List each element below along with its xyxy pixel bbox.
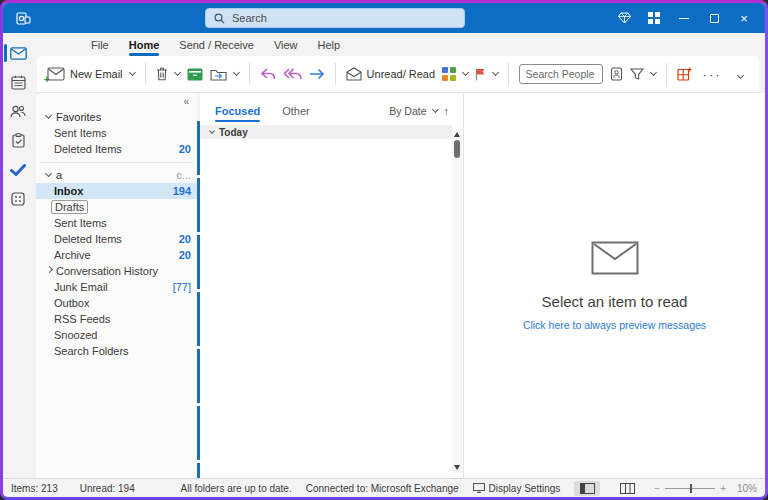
search-people-input[interactable]: [519, 64, 603, 84]
zoom-slider-thumb[interactable]: [690, 484, 692, 493]
tab-help[interactable]: Help: [308, 36, 351, 54]
ribbon-toolbar: + New Email Unread/ Read: [37, 56, 759, 93]
divider: [145, 63, 146, 85]
titlebar-search[interactable]: Search: [205, 8, 465, 28]
message-list-scrollbar[interactable]: [452, 129, 462, 473]
status-bar: Items: 213 Unread: 194 All folders are u…: [3, 478, 765, 497]
reply-all-button[interactable]: [283, 68, 302, 81]
display-settings-button[interactable]: Display Settings: [473, 483, 561, 494]
tab-send-receive[interactable]: Send / Receive: [169, 36, 264, 54]
reply-all-icon: [283, 68, 302, 81]
rail-todo-button[interactable]: [3, 155, 33, 184]
unread-read-label: Unread/ Read: [367, 68, 436, 80]
filter-funnel-icon: [630, 68, 644, 80]
chevron-down-icon: [737, 72, 744, 79]
gem-icon[interactable]: [609, 3, 639, 33]
grid-plus-icon: [677, 67, 692, 81]
flag-button[interactable]: [475, 68, 498, 81]
rail-tasks-button[interactable]: [3, 126, 33, 155]
zoom-level: 10%: [737, 483, 757, 494]
maximize-icon: [710, 14, 719, 23]
folder-item-sent[interactable]: Sent Items: [36, 215, 197, 231]
folder-item-search-folders[interactable]: Search Folders: [36, 343, 197, 359]
items-count: Items: 213: [11, 483, 58, 494]
delete-button[interactable]: [156, 67, 180, 81]
address-book-button[interactable]: [610, 67, 623, 81]
folder-item-deleted[interactable]: Deleted Items 20: [36, 231, 197, 247]
outlook-app-icon: [15, 10, 31, 26]
more-commands-button[interactable]: ···: [703, 67, 722, 82]
folder-item-junk[interactable]: Junk Email [77]: [36, 279, 197, 295]
unread-count-status: Unread: 194: [80, 483, 135, 494]
account-status: c...: [176, 169, 191, 181]
zoom-out-button[interactable]: −: [654, 483, 660, 494]
rail-calendar-button[interactable]: [3, 68, 33, 97]
unread-count: 20: [179, 249, 191, 261]
minimize-icon: [679, 18, 689, 19]
always-preview-link[interactable]: Click here to always preview messages: [523, 319, 706, 331]
zoom-in-button[interactable]: +: [720, 483, 726, 494]
divider: [666, 63, 667, 85]
normal-view-button[interactable]: [574, 481, 600, 496]
reading-pane: Select an item to read Click here to alw…: [464, 93, 765, 478]
sort-direction-button[interactable]: ↑: [444, 105, 450, 117]
archive-button[interactable]: [187, 68, 203, 81]
collapse-ribbon-button[interactable]: [736, 68, 743, 80]
reading-view-button[interactable]: [614, 481, 640, 496]
chevron-down-icon: [209, 128, 215, 134]
close-button[interactable]: ×: [729, 3, 759, 33]
folder-item-snoozed[interactable]: Snoozed: [36, 327, 197, 343]
move-folder-icon: [210, 68, 227, 81]
move-to-button[interactable]: [210, 68, 239, 81]
collapse-folder-pane-button[interactable]: «: [183, 96, 189, 109]
unread-count: 20: [179, 143, 191, 155]
ribbon-tabs: File Home Send / Receive View Help: [33, 33, 765, 56]
address-book-icon: [610, 67, 623, 81]
favorite-item-deleted[interactable]: Deleted Items 20: [36, 141, 197, 157]
minimize-button[interactable]: [669, 3, 699, 33]
filter-button[interactable]: [630, 68, 656, 80]
tab-home[interactable]: Home: [119, 36, 170, 54]
rail-mail-button[interactable]: [3, 39, 33, 68]
new-email-button[interactable]: + New Email: [47, 67, 135, 81]
chevron-down-icon: [233, 69, 240, 76]
scroll-up-icon[interactable]: [454, 132, 460, 137]
folder-item-archive[interactable]: Archive 20: [36, 247, 197, 263]
people-icon: [10, 105, 26, 118]
tab-file[interactable]: File: [81, 36, 119, 54]
folder-item-outbox[interactable]: Outbox: [36, 295, 197, 311]
reply-icon: [260, 68, 276, 81]
tab-focused[interactable]: Focused: [215, 105, 260, 117]
chevron-right-icon: [46, 266, 53, 273]
grid-icon[interactable]: [639, 3, 669, 33]
forward-button[interactable]: [309, 68, 325, 80]
scroll-down-icon[interactable]: [454, 465, 460, 470]
sort-dropdown[interactable]: By Date: [389, 105, 437, 117]
chevron-down-icon: [174, 69, 181, 76]
folder-item-rss[interactable]: RSS Feeds: [36, 311, 197, 327]
tab-view[interactable]: View: [264, 36, 308, 54]
categorize-button[interactable]: [442, 67, 468, 81]
reply-button[interactable]: [260, 68, 276, 81]
scrollbar-thumb[interactable]: [454, 140, 460, 158]
group-header-today[interactable]: Today: [200, 125, 452, 139]
favorite-item-sent[interactable]: Sent Items: [36, 125, 197, 141]
divider: [335, 63, 336, 85]
maximize-button[interactable]: [699, 3, 729, 33]
favorites-header[interactable]: Favorites: [36, 109, 197, 125]
account-header[interactable]: a c...: [36, 167, 197, 183]
zoom-slider[interactable]: [665, 488, 715, 489]
folder-item-conversation-history[interactable]: Conversation History: [36, 263, 197, 279]
folder-item-inbox[interactable]: Inbox 194: [36, 183, 197, 199]
folder-item-drafts[interactable]: Drafts: [36, 199, 197, 215]
close-icon: ×: [740, 12, 748, 25]
grid-add-button[interactable]: [677, 67, 692, 81]
unread-read-button[interactable]: Unread/ Read: [346, 67, 436, 81]
categorize-icon: [442, 67, 456, 81]
tab-other[interactable]: Other: [282, 105, 310, 117]
chevron-down-icon: [492, 69, 499, 76]
rail-more-apps-button[interactable]: [3, 184, 33, 213]
content-area: « Favorites Sent Items Deleted Items 20 …: [33, 93, 765, 478]
rail-people-button[interactable]: [3, 97, 33, 126]
app-rail: [3, 33, 33, 478]
